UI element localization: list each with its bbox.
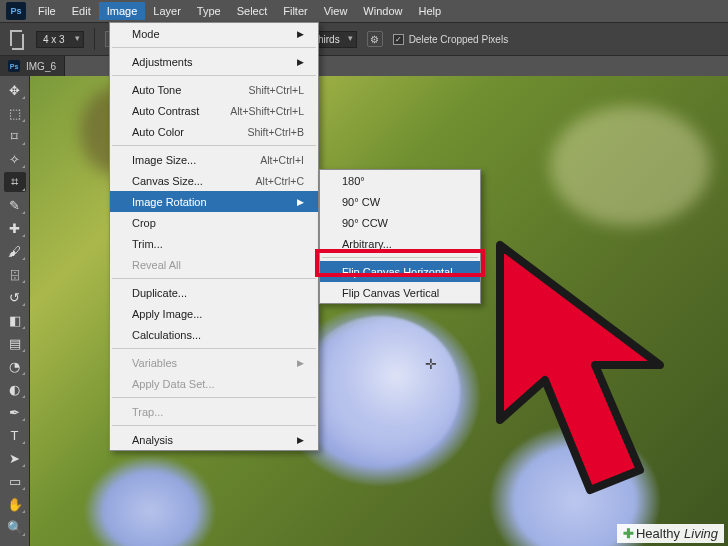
menu-shortcut: Alt+Ctrl+C <box>256 175 304 187</box>
menu-view[interactable]: View <box>316 2 356 20</box>
menu-item-label: 90° CCW <box>342 217 388 229</box>
path-select-tool[interactable]: ➤ <box>4 448 26 468</box>
menu-separator <box>112 47 316 48</box>
submenu-arrow-icon: ▶ <box>297 197 304 207</box>
document-filename: IMG_6 <box>26 61 56 72</box>
menu-item-label: 180° <box>342 175 365 187</box>
menu-item-label: Flip Canvas Vertical <box>342 287 439 299</box>
menu-separator <box>112 278 316 279</box>
image-menu-item[interactable]: Auto ColorShift+Ctrl+B <box>110 121 318 142</box>
menu-select[interactable]: Select <box>229 2 276 20</box>
wand-tool[interactable]: ✧ <box>4 149 26 169</box>
submenu-arrow-icon: ▶ <box>297 29 304 39</box>
menu-layer[interactable]: Layer <box>145 2 189 20</box>
ps-doc-icon: Ps <box>8 60 20 72</box>
menu-item-label: Image Size... <box>132 154 196 166</box>
menu-item-label: Image Rotation <box>132 196 207 208</box>
image-menu-item[interactable]: Apply Image... <box>110 303 318 324</box>
watermark-text1: Healthy <box>636 526 680 541</box>
menu-edit[interactable]: Edit <box>64 2 99 20</box>
menubar: Ps FileEditImageLayerTypeSelectFilterVie… <box>0 0 728 22</box>
menu-item-label: Apply Image... <box>132 308 202 320</box>
image-content <box>85 456 215 546</box>
aspect-ratio-select[interactable]: 4 x 3 <box>36 31 84 48</box>
image-menu-item[interactable]: Trim... <box>110 233 318 254</box>
image-menu-item[interactable]: Calculations... <box>110 324 318 345</box>
blur-tool[interactable]: ◔ <box>4 356 26 376</box>
move-tool[interactable]: ✥ <box>4 80 26 100</box>
image-menu-item[interactable]: Crop <box>110 212 318 233</box>
rotation-menu-item[interactable]: 180° <box>320 170 480 191</box>
rotation-menu-item[interactable]: Flip Canvas Vertical <box>320 282 480 303</box>
brush-tool[interactable]: 🖌 <box>4 241 26 261</box>
menu-item-label: Canvas Size... <box>132 175 203 187</box>
lasso-tool[interactable]: ⌑ <box>4 126 26 146</box>
crop-tool[interactable]: ⌗ <box>4 172 26 192</box>
image-menu-item: Apply Data Set... <box>110 373 318 394</box>
image-menu-item[interactable]: Canvas Size...Alt+Ctrl+C <box>110 170 318 191</box>
delete-cropped-checkbox[interactable]: ✓ <box>393 34 404 45</box>
menu-item-label: Crop <box>132 217 156 229</box>
menu-item-label: Auto Color <box>132 126 184 138</box>
watermark-text2: Living <box>684 526 718 541</box>
image-menu-item[interactable]: Image Rotation▶ <box>110 191 318 212</box>
watermark: ✚ Healthy Living <box>617 524 724 543</box>
hand-tool[interactable]: ✋ <box>4 494 26 514</box>
rotation-menu-item[interactable]: 90° CCW <box>320 212 480 233</box>
history-brush-tool[interactable]: ↺ <box>4 287 26 307</box>
menu-shortcut: Alt+Shift+Ctrl+L <box>230 105 304 117</box>
menu-item-label: Flip Canvas Horizontal <box>342 266 453 278</box>
image-menu-item[interactable]: Auto ContrastAlt+Shift+Ctrl+L <box>110 100 318 121</box>
menu-item-label: Mode <box>132 28 160 40</box>
menu-help[interactable]: Help <box>410 2 449 20</box>
dodge-tool[interactable]: ◐ <box>4 379 26 399</box>
image-menu-item[interactable]: Analysis▶ <box>110 429 318 450</box>
menu-type[interactable]: Type <box>189 2 229 20</box>
image-menu-item: Trap... <box>110 401 318 422</box>
menu-item-label: Auto Contrast <box>132 105 199 117</box>
zoom-tool[interactable]: 🔍 <box>4 517 26 537</box>
menu-item-label: Calculations... <box>132 329 201 341</box>
submenu-arrow-icon: ▶ <box>297 358 304 368</box>
eyedropper-tool[interactable]: ✎ <box>4 195 26 215</box>
app-logo: Ps <box>6 2 26 20</box>
stamp-tool[interactable]: ⌹ <box>4 264 26 284</box>
gear-icon[interactable]: ⚙ <box>367 31 383 47</box>
menu-file[interactable]: File <box>30 2 64 20</box>
gradient-tool[interactable]: ▤ <box>4 333 26 353</box>
submenu-arrow-icon: ▶ <box>297 435 304 445</box>
rectangle-tool[interactable]: ▭ <box>4 471 26 491</box>
image-menu-item[interactable]: Image Size...Alt+Ctrl+I <box>110 149 318 170</box>
menu-shortcut: Alt+Ctrl+I <box>260 154 304 166</box>
rotation-menu-item[interactable]: Arbitrary... <box>320 233 480 254</box>
menu-item-label: Apply Data Set... <box>132 378 215 390</box>
crop-tool-icon <box>8 30 26 48</box>
separator <box>94 28 95 50</box>
pen-tool[interactable]: ✒ <box>4 402 26 422</box>
image-menu-item[interactable]: Duplicate... <box>110 282 318 303</box>
menu-filter[interactable]: Filter <box>275 2 315 20</box>
menu-item-label: Trap... <box>132 406 163 418</box>
image-menu-item[interactable]: Adjustments▶ <box>110 51 318 72</box>
eraser-tool[interactable]: ◧ <box>4 310 26 330</box>
rotation-menu-item[interactable]: 90° CW <box>320 191 480 212</box>
type-tool[interactable]: T <box>4 425 26 445</box>
menu-image[interactable]: Image <box>99 2 146 20</box>
menu-separator <box>112 425 316 426</box>
healing-tool[interactable]: ✚ <box>4 218 26 238</box>
menu-item-label: Trim... <box>132 238 163 250</box>
crop-center-icon: ✛ <box>425 356 437 372</box>
menu-item-label: Duplicate... <box>132 287 187 299</box>
rotation-menu-item[interactable]: Flip Canvas Horizontal <box>320 261 480 282</box>
image-menu-item: Variables▶ <box>110 352 318 373</box>
image-menu-item: Reveal All <box>110 254 318 275</box>
image-menu-item[interactable]: Mode▶ <box>110 23 318 44</box>
menu-window[interactable]: Window <box>355 2 410 20</box>
menu-item-label: Reveal All <box>132 259 181 271</box>
menu-separator <box>322 257 478 258</box>
plus-icon: ✚ <box>623 526 634 541</box>
document-tab[interactable]: Ps IMG_6 <box>0 56 65 76</box>
menu-separator <box>112 397 316 398</box>
image-menu-item[interactable]: Auto ToneShift+Ctrl+L <box>110 79 318 100</box>
marquee-tool[interactable]: ⬚ <box>4 103 26 123</box>
